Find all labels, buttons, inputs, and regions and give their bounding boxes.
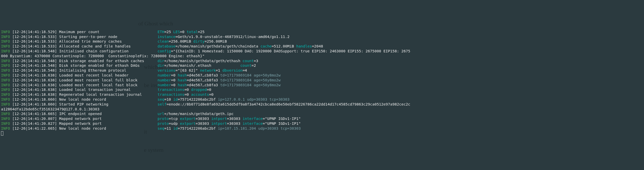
log-kv-val: =50y8mo2w: [261, 78, 281, 82]
log-message: Initialised chain configuration: [59, 49, 158, 53]
log-kv-key: cache: [261, 44, 272, 48]
log-message: IPC endpoint opened: [59, 112, 158, 116]
log-message: Maximum peer count: [59, 30, 158, 34]
log-level: INFO: [1, 88, 10, 92]
log-kv-key: ip: [218, 97, 222, 101]
log-timestamp: [12-26|14:41:18.665]: [12, 112, 57, 116]
log-kv-key: clean: [158, 39, 169, 43]
log-kv-val: =512.00MiB: [272, 44, 294, 48]
log-timestamp: [12-26|14:41:18.660]: [12, 97, 57, 101]
log-level: INFO: [1, 78, 10, 82]
log-kv-val: =10: [164, 97, 171, 101]
log-kv-val: =30303: [227, 117, 240, 121]
log-kv-val: =4: [243, 68, 247, 72]
log-level: INFO: [1, 112, 10, 116]
log-message: Loaded most recent local fast block: [59, 83, 158, 87]
log-kv-key: hash: [178, 83, 187, 87]
log-kv-val: =30303: [196, 121, 209, 126]
log-kv-key: udp: [258, 126, 265, 130]
log-kv-key: count: [243, 59, 254, 63]
log-kv-val: =25: [198, 30, 204, 34]
log-line: INFO [12-26|14:41:18.638] Regenerated lo…: [1, 92, 643, 97]
log-kv-key: accounts: [191, 92, 209, 97]
log-line: INFO [12-26|14:41:18.638] Loaded most re…: [1, 78, 643, 83]
log-message: Regenerated local transaction journal: [59, 92, 158, 97]
log-kv-val: =50y8mo2w: [261, 73, 281, 77]
log-kv-val: =50y8mo2w: [261, 83, 281, 87]
log-kv-key: instance: [158, 35, 175, 39]
log-kv-key: seq: [158, 97, 164, 101]
log-kv-key: dir: [158, 59, 164, 63]
log-line: INFO [12-26|14:41:18.533] Allocated cach…: [1, 44, 643, 49]
log-kv-val: =30303: [287, 126, 301, 130]
log-line: INFO [12-26|14:41:22.665] New local node…: [1, 126, 643, 131]
log-timestamp: [12-26|14:41:18.638]: [12, 73, 57, 77]
log-timestamp: [12-26|14:41:18.638]: [12, 92, 57, 97]
log-kv-val: =d4e567…cb8fa3: [187, 78, 218, 82]
log-kv-val: =7571422206abc2bf: [178, 97, 216, 101]
log-message: Disk storage enabled for ethash caches: [59, 59, 158, 63]
log-line: INFO [12-26|14:41:18.548] Initialised ch…: [1, 49, 643, 59]
log-kv-key: seq: [158, 126, 164, 130]
log-level: INFO: [1, 35, 10, 39]
log-kv-val: =0: [184, 88, 189, 92]
log-kv-val: =30303: [276, 97, 289, 101]
log-kv-key: dir: [158, 63, 164, 68]
log-kv-val: =7571422206abc2bf: [178, 126, 216, 130]
log-message: Initialising Ethereum protocol: [59, 68, 158, 72]
log-kv-val: =3: [254, 59, 258, 63]
log-kv-key: td: [220, 73, 225, 77]
log-level: INFO: [1, 121, 10, 126]
log-kv-key: number: [158, 73, 171, 77]
log-kv-val: =/home/manish/gethdata/geth/ethash: [164, 59, 240, 63]
log-level: INFO: [1, 102, 10, 106]
log-kv-key: intport: [211, 117, 227, 121]
log-message: Loaded local transaction journal: [59, 88, 158, 92]
log-timestamp: [12-26|14:41:18.638]: [12, 88, 57, 92]
log-line: INFO [12-26|14:41:18.638] Loaded local t…: [1, 87, 643, 92]
log-kv-key: age: [254, 73, 261, 77]
log-level: INFO: [1, 83, 10, 87]
log-message: Starting peer-to-peer node: [59, 35, 158, 39]
log-kv-key: hash: [178, 73, 187, 77]
log-timestamp: [12-26|14:41:22.665]: [12, 126, 57, 130]
log-line: INFO [12-26|14:41:18.533] Starting peer-…: [1, 34, 643, 39]
log-message: New local node record: [59, 97, 158, 101]
log-kv-val: =d4e567…cb8fa3: [187, 73, 218, 77]
log-kv-key: extport: [180, 117, 195, 121]
log-kv-key: proto: [158, 117, 169, 121]
log-kv-key: age: [254, 78, 261, 82]
log-message: Mapped network port: [59, 117, 158, 121]
log-kv-val: =/home/manish/gethdata/geth/chaindata: [175, 44, 258, 48]
log-level: INFO: [1, 97, 10, 101]
log-timestamp: [12-26|14:41:18.529]: [12, 30, 57, 34]
terminal-output[interactable]: INFO [12-26|14:41:18.529] Maximum peer c…: [1, 30, 643, 136]
log-timestamp: [12-26|14:41:18.533]: [12, 44, 57, 48]
log-kv-val: =25: [164, 30, 171, 34]
log-timestamp: [12-26|14:41:20.807]: [12, 117, 57, 121]
log-kv-key: ip: [218, 126, 222, 130]
log-kv-val: =1: [216, 68, 220, 72]
log-kv-key: database: [158, 44, 175, 48]
log-kv-key: transactions: [158, 92, 184, 97]
log-line: INFO [12-26|14:41:18.529] Maximum peer c…: [1, 30, 643, 34]
log-kv-val: =17179869184: [225, 78, 252, 82]
log-kv-val: =2: [252, 63, 256, 68]
log-kv-key: proto: [158, 121, 169, 126]
ghost-line: of Ghost which: [138, 19, 644, 28]
log-kv-key: id: [173, 126, 178, 130]
log-message: Disk storage enabled for ethash DAGs: [59, 63, 158, 68]
log-level: INFO: [1, 68, 10, 72]
log-level: INFO: [1, 39, 10, 43]
log-kv-val: =0: [180, 30, 184, 34]
log-kv-val: =11: [164, 126, 171, 130]
log-kv-val: =tcp: [169, 117, 178, 121]
log-line: INFO [12-26|14:41:18.638] Loaded most re…: [1, 83, 643, 88]
log-line: INFO [12-26|14:41:18.533] Allocated trie…: [1, 39, 643, 44]
log-kv-val: =0: [171, 78, 175, 82]
log-level: INFO: [1, 63, 10, 68]
log-kv-val: ="[63 62]": [175, 68, 198, 72]
log-kv-key: url: [158, 112, 164, 116]
log-kv-key: hash: [178, 78, 187, 82]
log-kv-key: extport: [180, 121, 195, 126]
